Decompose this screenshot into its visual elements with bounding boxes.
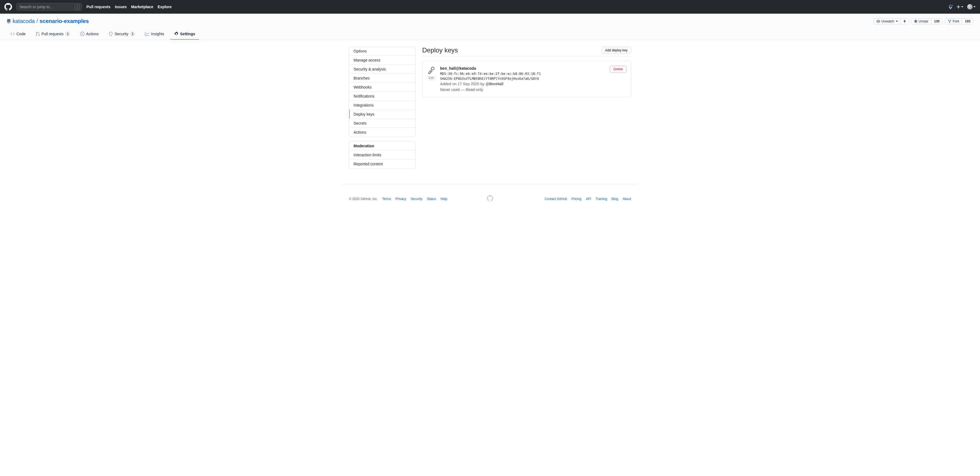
tab-pulls-count: 1 xyxy=(65,32,70,36)
add-deploy-key-button[interactable]: Add deploy key xyxy=(601,47,631,54)
unwatch-button[interactable]: Unwatch xyxy=(873,19,901,24)
tab-pulls-label: Pull requests xyxy=(41,32,64,36)
tab-code[interactable]: Code xyxy=(6,29,29,40)
sidebar-item-options[interactable]: Options xyxy=(349,47,415,56)
sidebar-item-reported-content[interactable]: Reported content xyxy=(349,160,415,168)
repo-action-buttons: Unwatch 9 Unstar 130 Fork 193 xyxy=(873,18,974,24)
github-logo[interactable] xyxy=(5,3,12,11)
sidebar-item-webhooks[interactable]: Webhooks xyxy=(349,83,415,92)
nav-explore[interactable]: Explore xyxy=(158,5,172,9)
graph-icon xyxy=(145,32,149,36)
sidebar-item-branches[interactable]: Branches xyxy=(349,74,415,83)
tab-security-count: 1 xyxy=(130,32,135,36)
footer-link-status[interactable]: Status xyxy=(427,197,436,201)
stargazers-count[interactable]: 130 xyxy=(931,19,942,24)
footer-link-api[interactable]: API xyxy=(586,197,591,201)
avatar xyxy=(967,4,973,10)
play-icon xyxy=(80,32,84,36)
create-new-menu[interactable] xyxy=(956,5,963,9)
code-icon xyxy=(10,32,15,36)
key-info: ben_hall@katacoda MD5:38:fc:0b:eb:e9:74:… xyxy=(440,65,606,93)
global-search[interactable]: / xyxy=(16,3,82,11)
ssh-badge: SSH xyxy=(427,76,436,80)
sidebar-item-secrets[interactable]: Secrets xyxy=(349,119,415,128)
sidebar-item-manage-access[interactable]: Manage access xyxy=(349,56,415,65)
footer-link-blog[interactable]: Blog xyxy=(612,197,618,201)
footer-link-about[interactable]: About xyxy=(623,197,631,201)
settings-container: Options Manage access Security & analysi… xyxy=(342,46,638,173)
repo-icon xyxy=(6,19,11,24)
repo-link[interactable]: scenario-examples xyxy=(40,18,89,24)
tab-settings-label: Settings xyxy=(180,32,195,36)
subhead: Deploy keys Add deploy key xyxy=(422,46,631,57)
sidebar-item-notifications[interactable]: Notifications xyxy=(349,92,415,101)
fork-button[interactable]: Fork xyxy=(945,19,962,24)
tab-insights[interactable]: Insights xyxy=(141,29,168,40)
key-icon xyxy=(427,65,436,74)
eye-icon xyxy=(877,19,880,23)
footer-link-training[interactable]: Training xyxy=(595,197,607,201)
fork-icon xyxy=(948,19,951,23)
key-added-prefix: Added on 17 Sep 2020 by xyxy=(440,82,485,86)
tab-code-label: Code xyxy=(16,32,25,36)
watchers-count[interactable]: 9 xyxy=(901,19,908,24)
star-button-group: Unstar 130 xyxy=(911,18,943,24)
watch-button-group: Unwatch 9 xyxy=(873,18,908,24)
nav-pull-requests[interactable]: Pull requests xyxy=(86,5,110,9)
settings-sidebar: Options Manage access Security & analysi… xyxy=(349,46,415,173)
caret-down-icon xyxy=(896,21,898,22)
forks-count[interactable]: 193 xyxy=(962,19,973,24)
delete-key-button[interactable]: Delete xyxy=(610,65,627,73)
footer-copyright: © 2020 GitHub, Inc. xyxy=(349,197,378,201)
star-icon xyxy=(914,19,918,23)
notification-unread-dot xyxy=(951,4,953,7)
page-title: Deploy keys xyxy=(422,46,458,54)
notifications-icon[interactable] xyxy=(948,5,953,9)
sidebar-item-actions[interactable]: Actions xyxy=(349,128,415,136)
footer-github-logo[interactable] xyxy=(487,195,493,203)
sidebar-item-integrations[interactable]: Integrations xyxy=(349,101,415,110)
footer-left: © 2020 GitHub, Inc. Terms Privacy Securi… xyxy=(349,197,482,201)
pull-request-icon xyxy=(35,32,40,36)
key-usage-status: Never used — Read-only xyxy=(440,87,606,93)
sidebar-item-security-analysis[interactable]: Security & analysis xyxy=(349,65,415,74)
footer-link-pricing[interactable]: Pricing xyxy=(571,197,582,201)
key-added-by-link[interactable]: @BenHall xyxy=(485,82,503,86)
svg-point-0 xyxy=(431,67,434,70)
tab-actions-label: Actions xyxy=(86,32,99,36)
footer-link-help[interactable]: Help xyxy=(441,197,447,201)
user-menu[interactable] xyxy=(967,4,975,10)
tab-settings[interactable]: Settings xyxy=(170,29,199,40)
sidebar-heading-moderation: Moderation xyxy=(349,141,415,151)
fork-label: Fork xyxy=(953,19,959,23)
settings-content: Deploy keys Add deploy key SSH ben_hall@… xyxy=(422,46,631,97)
nav-marketplace[interactable]: Marketplace xyxy=(131,5,153,9)
global-nav: Pull requests Issues Marketplace Explore xyxy=(86,5,172,9)
owner-link[interactable]: katacoda xyxy=(13,18,35,24)
footer-link-security[interactable]: Security xyxy=(411,197,422,201)
search-input[interactable] xyxy=(19,4,75,9)
gear-icon xyxy=(174,32,178,36)
tab-security[interactable]: Security 1 xyxy=(105,29,139,40)
key-sha256-fingerprint: SHA256:EP8G3sVTLMBtNhEiYTdRPlYn5GF9ojHsx… xyxy=(440,76,606,81)
unstar-button[interactable]: Unstar xyxy=(911,19,931,24)
key-icon-column: SSH xyxy=(427,65,436,80)
tab-pull-requests[interactable]: Pull requests 1 xyxy=(32,29,74,40)
footer-link-contact[interactable]: Contact GitHub xyxy=(545,197,567,201)
repo-header: katacoda / scenario-examples Unwatch 9 U… xyxy=(0,14,980,40)
footer-link-terms[interactable]: Terms xyxy=(382,197,391,201)
footer-link-privacy[interactable]: Privacy xyxy=(395,197,406,201)
header-right xyxy=(948,4,975,10)
search-hotkey-hint: / xyxy=(75,4,80,9)
key-title: ben_hall@katacoda xyxy=(440,65,606,71)
deploy-key-item: SSH ben_hall@katacoda MD5:38:fc:0b:eb:e9… xyxy=(422,61,631,97)
tab-actions[interactable]: Actions xyxy=(76,29,103,40)
tab-security-label: Security xyxy=(115,32,129,36)
star-label: Unstar xyxy=(919,19,928,23)
footer-right: Contact GitHub Pricing API Training Blog… xyxy=(498,197,631,201)
sidebar-item-deploy-keys[interactable]: Deploy keys xyxy=(349,110,415,119)
nav-issues[interactable]: Issues xyxy=(115,5,127,9)
key-actions: Delete xyxy=(610,65,627,73)
shield-icon xyxy=(108,32,113,36)
sidebar-item-interaction-limits[interactable]: Interaction limits xyxy=(349,151,415,160)
